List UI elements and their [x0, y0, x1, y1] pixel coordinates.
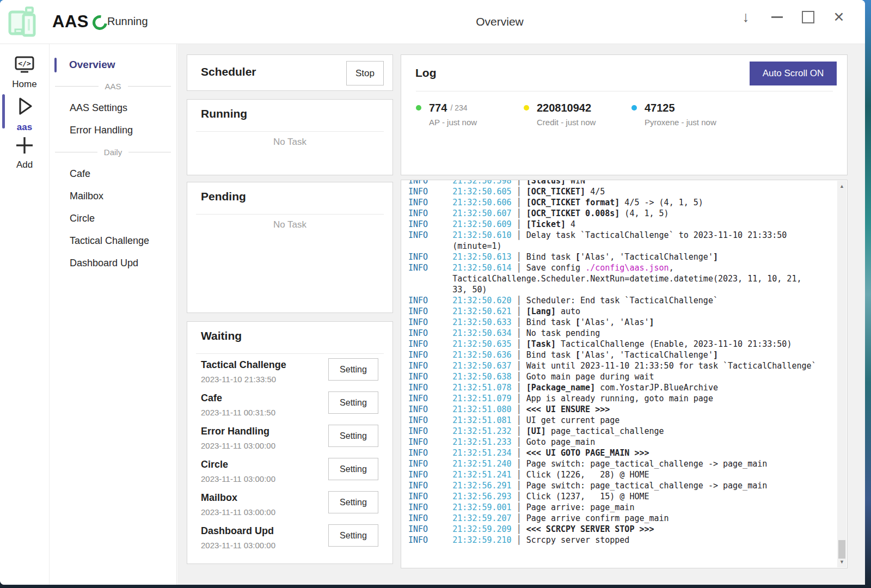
log-time: 21:32:51.079 — [452, 394, 511, 403]
log-message-segment: Save config — [526, 263, 585, 273]
task-setting-button[interactable]: Setting — [328, 425, 378, 447]
log-message-segment: Delay task `TacticalChallenge` to 2023-1… — [526, 230, 787, 240]
play-icon — [13, 95, 36, 118]
log-time: 21:32:50.634 — [452, 328, 511, 338]
log-stat: 220810942Credit - just now — [524, 101, 631, 127]
sidebar-item-label: Mailbox — [70, 191, 103, 202]
auto-scroll-toggle-button[interactable]: Auto Scroll ON — [750, 62, 837, 85]
log-message-segment: <<< UI GOTO PAGE_MAIN >>> — [526, 448, 649, 458]
log-line-continuation: (minute=1) — [408, 241, 835, 252]
log-level: INFO — [408, 459, 452, 469]
sidebar-item-overview[interactable]: Overview — [50, 54, 176, 76]
content-area: Scheduler Stop Running No Task Pending N… — [177, 44, 865, 585]
log-separator: │ — [512, 524, 526, 534]
log-message-segment: [ — [575, 317, 580, 327]
log-stats: 774/ 234AP - just now220810942Credit - j… — [416, 101, 833, 127]
log-line: INFO 21:32:59.209 │ <<< SCRCPY SERVER ST… — [408, 524, 835, 535]
sidebar-item-tactical-challenge[interactable]: Tactical Challenge — [50, 230, 176, 252]
stat-value: 220810942 — [537, 102, 591, 114]
divider-line — [55, 152, 97, 152]
log-message-segment: Goto main page during wait — [526, 372, 654, 382]
log-separator: │ — [512, 263, 526, 273]
log-time: 21:32:51.080 — [452, 405, 511, 414]
sidebar-item-circle[interactable]: Circle — [50, 207, 176, 230]
log-line: INFO 21:32:59.001 │ Page arrive: page_ma… — [408, 502, 835, 513]
log-line: INFO 21:32:50.637 │ Wait until 2023-11-1… — [408, 360, 835, 371]
sidebar-item-error-handling[interactable]: Error Handling — [50, 119, 176, 142]
log-separator: │ — [512, 328, 526, 338]
log-line: INFO 21:32:51.240 │ Page switch: page_ta… — [408, 458, 835, 469]
stat-value: 774 — [429, 102, 447, 114]
close-button[interactable]: ✕ — [831, 9, 847, 24]
scheduler-stop-button[interactable]: Stop — [346, 61, 384, 85]
log-separator: │ — [512, 372, 526, 382]
log-level: INFO — [408, 492, 452, 501]
log-message-segment: ] — [713, 252, 718, 262]
divider-line — [128, 86, 171, 87]
log-level: INFO — [408, 437, 452, 447]
sidebar-item-cafe[interactable]: Cafe — [50, 163, 176, 185]
app-window: AAS Running Overview ↓ ✕ </> Home aas — [0, 0, 865, 585]
minimize-button[interactable] — [769, 9, 784, 24]
log-message-segment: [Ticket] — [526, 219, 566, 229]
sidebar-section-label: AAS — [105, 82, 121, 91]
log-message-segment: [Package_name] — [526, 383, 595, 393]
log-time: 21:32:50.633 — [452, 317, 511, 327]
stat-suffix: / 234 — [450, 103, 467, 112]
log-time: 21:32:50.606 — [452, 198, 511, 207]
log-separator: │ — [512, 481, 526, 491]
pending-title: Pending — [201, 190, 246, 203]
sidebar-item-aas-settings[interactable]: AAS Settings — [50, 97, 176, 119]
sidebar-item-label: Dashboard Upd — [70, 258, 138, 269]
log-message-segment: TacticalChallenge.Scheduler.NextRun=date… — [452, 274, 801, 284]
log-line: INFO 21:32:51.241 │ Click (1226, 28) @ H… — [408, 469, 835, 480]
log-level: INFO — [408, 350, 452, 360]
task-setting-button[interactable]: Setting — [328, 358, 378, 381]
log-line: INFO 21:32:50.598 │ [Status] WIN — [408, 180, 835, 186]
rail-item-aas[interactable]: aas — [0, 95, 49, 133]
log-level: INFO — [408, 513, 452, 523]
sidebar-section-divider: AAS — [50, 76, 176, 97]
rail-item-add[interactable]: Add — [0, 136, 49, 170]
log-time: 21:32:56.293 — [452, 492, 511, 501]
log-message-segment: [ — [575, 350, 580, 360]
sidebar-item-dashboard-upd[interactable]: Dashboard Upd — [50, 252, 176, 274]
log-level: INFO — [408, 405, 452, 414]
download-update-icon[interactable]: ↓ — [738, 9, 753, 24]
task-setting-button[interactable]: Setting — [328, 491, 378, 513]
sidebar-item-label: AAS Settings — [70, 102, 127, 114]
log-line-continuation: 33, 50) — [408, 284, 835, 295]
pending-divider — [196, 214, 384, 215]
task-setting-button[interactable]: Setting — [328, 391, 378, 414]
log-message-segment: [Task] — [526, 339, 556, 349]
maximize-button[interactable] — [800, 9, 815, 24]
log-separator: │ — [512, 219, 526, 229]
log-message-segment: [UI] — [526, 426, 546, 436]
scrollbar-thumb[interactable] — [838, 540, 845, 559]
log-scrollbar[interactable]: ▲ ▼ — [837, 181, 847, 567]
log-time: 21:32:51.078 — [452, 383, 511, 393]
log-line: INFO 21:32:59.210 │ Scrcpy server stoppe… — [408, 535, 835, 546]
waiting-task-row: Tactical Challenge2023-11-10 21:33:50Set… — [201, 357, 384, 390]
log-message-segment: [OCR_TICKET format] — [526, 198, 620, 207]
log-line: INFO 21:32:50.609 │ [Ticket] 4 — [408, 219, 835, 230]
task-setting-button[interactable]: Setting — [328, 458, 378, 480]
pending-empty-text: No Task — [187, 219, 392, 230]
log-line: INFO 21:32:50.606 │ [OCR_TICKET format] … — [408, 197, 835, 208]
log-message-segment: ./config\aas.json — [585, 263, 669, 273]
log-separator: │ — [512, 307, 526, 316]
log-output-card: INFO 21:32:50.598 │ [Status] WININFO 21:… — [401, 180, 848, 568]
rail-item-home[interactable]: </> Home — [0, 56, 49, 90]
task-setting-button[interactable]: Setting — [328, 524, 378, 547]
log-time: 21:32:51.232 — [452, 426, 511, 436]
scroll-down-arrow-icon[interactable]: ▼ — [837, 558, 847, 566]
log-separator: │ — [512, 339, 526, 349]
log-separator: │ — [512, 492, 526, 501]
log-message-segment: 33, 50) — [452, 285, 487, 295]
scroll-up-arrow-icon[interactable]: ▲ — [837, 182, 847, 191]
log-time: 21:32:50.598 — [452, 180, 511, 186]
log-message-segment: <<< UI ENSURE >>> — [526, 405, 610, 414]
waiting-divider — [196, 353, 384, 354]
sidebar-item-mailbox[interactable]: Mailbox — [50, 185, 176, 207]
waiting-task-row: Dashboard Upd2023-11-11 03:00:00Setting — [201, 523, 384, 556]
